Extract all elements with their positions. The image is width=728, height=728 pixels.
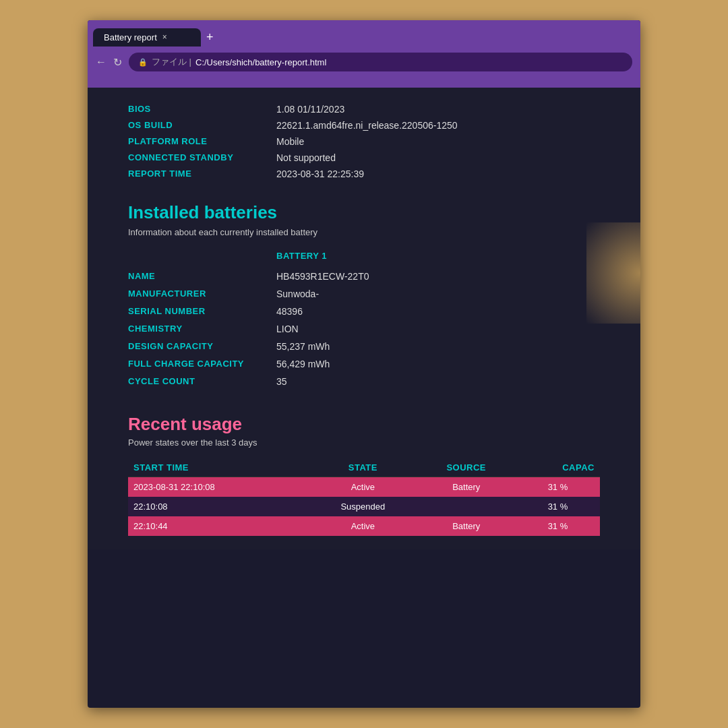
- address-bar: ← ↻ 🔒 ファイル | C:/Users/shich/battery-repo…: [88, 49, 640, 75]
- col-capacity: CAPAC: [516, 458, 600, 477]
- new-tab-button[interactable]: +: [206, 30, 214, 44]
- usage-row-1: 2023-08-31 22:10:08 Active Battery 31 %: [128, 477, 600, 497]
- table-row: FULL CHARGE CAPACITY 56,429 mWh: [128, 355, 600, 373]
- label-connstandby: CONNECTED STANDBY: [128, 150, 276, 166]
- row3-source: Battery: [417, 516, 516, 536]
- table-row: PLATFORM ROLE Mobile: [128, 133, 600, 150]
- table-row: BIOS 1.08 01/11/2023: [128, 101, 600, 117]
- label-chemistry: CHEMISTRY: [128, 320, 276, 338]
- row1-source: Battery: [417, 477, 516, 497]
- value-bios: 1.08 01/11/2023: [276, 101, 600, 117]
- value-serial: 48396: [276, 303, 600, 320]
- row2-state: Suspended: [309, 497, 417, 516]
- value-platform: Mobile: [276, 133, 600, 150]
- col-state: STATE: [309, 458, 417, 477]
- browser-chrome: Battery report × + ← ↻ 🔒 ファイル | C:/Users…: [88, 20, 640, 88]
- usage-table-header: START TIME STATE SOURCE CAPAC: [128, 458, 600, 477]
- value-design-cap: 55,237 mWh: [276, 338, 600, 355]
- recent-usage-subtitle: Power states over the last 3 days: [128, 437, 600, 448]
- row1-cap: 31 %: [516, 477, 600, 497]
- row3-state: Active: [309, 516, 417, 536]
- value-osbuild: 22621.1.amd64fre.ni_release.220506-1250: [276, 117, 600, 133]
- label-name: NAME: [128, 268, 276, 285]
- value-full-cap: 56,429 mWh: [276, 355, 600, 373]
- usage-table: START TIME STATE SOURCE CAPAC 2023-08-31…: [128, 458, 600, 536]
- installed-batteries-subtitle: Information about each currently install…: [128, 227, 600, 237]
- table-row: REPORT TIME 2023-08-31 22:25:39: [128, 166, 600, 182]
- url-text: C:/Users/shich/battery-report.html: [195, 57, 326, 67]
- tab-bar: Battery report × +: [88, 20, 640, 49]
- label-reporttime: REPORT TIME: [128, 166, 276, 182]
- row3-cap: 31 %: [516, 516, 600, 536]
- label-bios: BIOS: [128, 101, 276, 117]
- table-row: CYCLE COUNT 35: [128, 373, 600, 390]
- row3-start: 22:10:44: [128, 516, 309, 536]
- file-icon: 🔒: [138, 58, 148, 67]
- table-row: NAME HB4593R1ECW-22T0: [128, 268, 600, 285]
- battery-table: NAME HB4593R1ECW-22T0 MANUFACTURER Sunwo…: [128, 268, 600, 390]
- page-content: BIOS 1.08 01/11/2023 OS BUILD 22621.1.am…: [88, 88, 640, 549]
- value-cycle: 35: [276, 373, 600, 390]
- col-source: SOURCE: [417, 458, 516, 477]
- table-row: CHEMISTRY LION: [128, 320, 600, 338]
- value-manufacturer: Sunwoda-: [276, 285, 600, 303]
- value-connstandby: Not supported: [276, 150, 600, 166]
- table-row: DESIGN CAPACITY 55,237 mWh: [128, 338, 600, 355]
- table-row: CONNECTED STANDBY Not supported: [128, 150, 600, 166]
- table-row: SERIAL NUMBER 48396: [128, 303, 600, 320]
- row2-start: 22:10:08: [128, 497, 309, 516]
- sysinfo-table: BIOS 1.08 01/11/2023 OS BUILD 22621.1.am…: [128, 101, 600, 182]
- row2-source: [417, 497, 516, 516]
- value-chemistry: LION: [276, 320, 600, 338]
- back-button[interactable]: ←: [96, 56, 107, 68]
- label-osbuild: OS BUILD: [128, 117, 276, 133]
- label-design-cap: DESIGN CAPACITY: [128, 338, 276, 355]
- value-name: HB4593R1ECW-22T0: [276, 268, 600, 285]
- table-row: OS BUILD 22621.1.amd64fre.ni_release.220…: [128, 117, 600, 133]
- tab-close-button[interactable]: ×: [162, 32, 167, 42]
- url-input[interactable]: 🔒 ファイル | C:/Users/shich/battery-report.h…: [129, 53, 632, 71]
- label-platform: PLATFORM ROLE: [128, 133, 276, 150]
- value-reporttime: 2023-08-31 22:25:39: [276, 166, 600, 182]
- url-prefix: ファイル |: [152, 56, 191, 68]
- recent-usage-heading: Recent usage: [128, 414, 600, 435]
- col-start-time: START TIME: [128, 458, 309, 477]
- row1-start: 2023-08-31 22:10:08: [128, 477, 309, 497]
- label-full-cap: FULL CHARGE CAPACITY: [128, 355, 276, 373]
- active-tab[interactable]: Battery report ×: [93, 28, 201, 47]
- row1-state: Active: [309, 477, 417, 497]
- label-serial: SERIAL NUMBER: [128, 303, 276, 320]
- label-manufacturer: MANUFACTURER: [128, 285, 276, 303]
- browser-window: Battery report × + ← ↻ 🔒 ファイル | C:/Users…: [88, 20, 640, 708]
- row2-cap: 31 %: [516, 497, 600, 516]
- installed-batteries-heading: Installed batteries: [128, 202, 600, 223]
- usage-row-2: 22:10:08 Suspended 31 %: [128, 497, 600, 516]
- tab-title: Battery report: [104, 32, 157, 42]
- usage-row-3: 22:10:44 Active Battery 31 %: [128, 516, 600, 536]
- table-row: MANUFACTURER Sunwoda-: [128, 285, 600, 303]
- label-cycle: CYCLE COUNT: [128, 373, 276, 390]
- battery-label: BATTERY 1: [128, 251, 600, 261]
- reload-button[interactable]: ↻: [113, 56, 122, 69]
